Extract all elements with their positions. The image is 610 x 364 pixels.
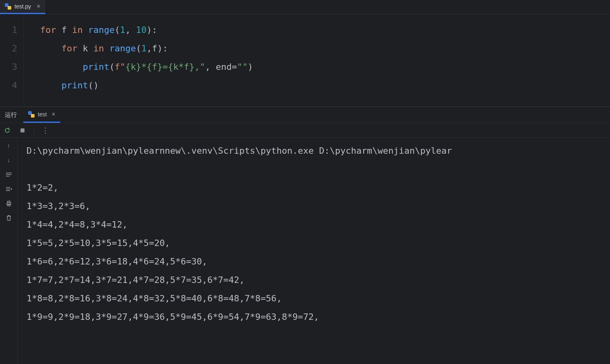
up-stack-button[interactable]: ↑: [5, 142, 13, 150]
line-number: 3: [0, 58, 24, 76]
trash-icon: [6, 215, 12, 221]
stop-button[interactable]: [18, 126, 27, 134]
close-icon[interactable]: ×: [37, 3, 40, 10]
file-tab-label: test.py: [14, 3, 31, 10]
close-icon[interactable]: ×: [52, 111, 55, 118]
print-button[interactable]: [5, 199, 13, 207]
scroll-to-end-button[interactable]: [5, 185, 13, 193]
code-line[interactable]: for f in range(1, 10):: [40, 21, 610, 39]
python-icon: [5, 3, 11, 10]
code-line[interactable]: print(): [40, 76, 610, 95]
code-line[interactable]: print(f"{k}*{f}={k*f},", end=""): [40, 58, 610, 76]
run-side-toolbar: ↑ ↓: [0, 138, 18, 364]
svg-rect-0: [20, 128, 24, 132]
code-line[interactable]: for k in range(1,f):: [40, 39, 610, 58]
run-body: ↑ ↓: [0, 138, 610, 364]
run-tool-window: 运行 test × ⋮ ↑ ↓: [0, 107, 610, 364]
python-icon: [28, 111, 35, 118]
line-number: 4: [0, 76, 24, 95]
run-tabbar: 运行 test ×: [0, 107, 610, 123]
rerun-icon: [4, 127, 10, 134]
more-actions-button[interactable]: ⋮: [41, 126, 49, 134]
svg-rect-2: [8, 201, 10, 203]
more-icon: ⋮: [42, 128, 49, 132]
code-area[interactable]: for f in range(1, 10): for k in range(1,…: [24, 14, 610, 106]
arrow-down-icon: ↓: [7, 157, 10, 163]
down-stack-button[interactable]: ↓: [5, 156, 13, 164]
run-tab-label: test: [38, 111, 47, 118]
softwrap-icon: [6, 172, 12, 177]
code-editor[interactable]: 1234 for f in range(1, 10): for k in ran…: [0, 14, 610, 107]
editor-tabbar: test.py ×: [0, 0, 610, 14]
run-toolbar: ⋮: [0, 123, 610, 138]
softwrap-button[interactable]: [5, 171, 13, 179]
run-panel-title: 运行: [5, 111, 17, 119]
toolbar-divider: [34, 126, 34, 134]
scroll-end-icon: [6, 186, 12, 192]
line-number: 1: [0, 21, 24, 39]
file-tab[interactable]: test.py ×: [0, 0, 45, 14]
rerun-button[interactable]: [3, 126, 11, 134]
arrow-up-icon: ↑: [7, 142, 10, 149]
line-number: 2: [0, 39, 24, 58]
line-number-gutter: 1234: [0, 14, 24, 106]
console-output[interactable]: D:\pycharm\wenjian\pylearnnew\.venv\Scri…: [18, 138, 610, 364]
svg-rect-3: [8, 204, 10, 206]
clear-all-button[interactable]: [5, 214, 13, 222]
run-config-tab[interactable]: test ×: [23, 107, 60, 123]
print-icon: [6, 200, 12, 207]
stop-icon: [20, 128, 25, 133]
